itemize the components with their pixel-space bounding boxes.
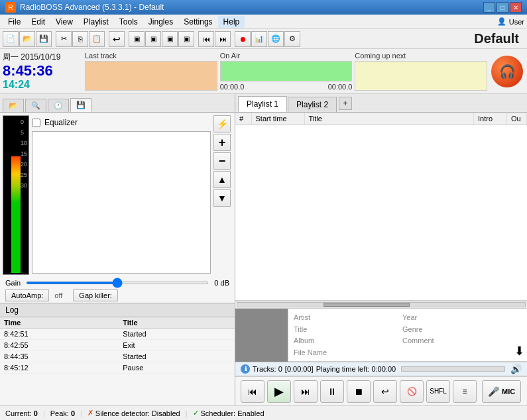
left-panel: 📂 🔍 🕐 💾 0 5 10 15 20 25 30 <box>0 94 235 405</box>
log-time: 8:42:51 <box>0 329 119 340</box>
menu-jingles[interactable]: Jingles <box>143 16 178 28</box>
album-label: Album <box>294 337 333 344</box>
h-scrollbar-thumb[interactable] <box>323 303 410 307</box>
right-panel: Playlist 1 Playlist 2 + # Start time Tit… <box>235 94 527 405</box>
minimize-button[interactable]: _ <box>483 2 495 13</box>
tb-pl2[interactable]: ▣ <box>145 31 161 47</box>
tb-gear[interactable]: ⚙ <box>284 31 300 47</box>
tb-cut[interactable]: ✂ <box>56 31 72 47</box>
loop-button[interactable]: ↩ <box>373 380 397 403</box>
track-artist-row: Artist <box>291 311 400 323</box>
eq-sub-btn[interactable]: − <box>213 152 231 170</box>
track-artwork <box>235 309 288 362</box>
tab-folder[interactable]: 📂 <box>3 99 24 112</box>
close-button[interactable]: ✕ <box>510 2 522 13</box>
log-area: Log Time Title 8:42:51Started8:42:55Exit… <box>0 303 235 405</box>
play-button[interactable]: ▶ <box>267 380 291 403</box>
log-row: 8:45:12Pause <box>0 362 235 374</box>
track-comment-row: Comment <box>400 335 508 347</box>
menu-edit[interactable]: Edit <box>26 16 50 28</box>
menu-settings[interactable]: Settings <box>178 16 217 28</box>
eq-enabled-checkbox[interactable] <box>32 119 40 127</box>
log-row: 8:44:35Started <box>0 351 235 362</box>
vu-meter: 0 5 10 15 20 25 30 <box>3 115 29 275</box>
track-info-area: Artist Year Title Genre Album Comment <box>235 309 527 362</box>
track-title-row: Title <box>291 323 400 335</box>
on-air-display <box>220 61 353 81</box>
title-bar: R RadioBOSS Advanced (5.3.3.1) - Default… <box>0 0 527 15</box>
autoamp-button[interactable]: AutoAmp: <box>5 289 49 301</box>
eq-add-btn[interactable]: + <box>213 134 231 151</box>
tab-history[interactable]: 🕐 <box>48 99 69 112</box>
tab-save[interactable]: 💾 <box>70 98 91 112</box>
eq-checkbox-row: Equalizer <box>32 115 211 130</box>
playing-time-label: Playing time left: 0:00:00 <box>316 365 396 373</box>
title-label: Title <box>294 325 333 333</box>
tb-save[interactable]: 💾 <box>36 31 52 47</box>
toolbar: 📄 📂 💾 ✂ ⎘ 📋 ↩ ▣ ▣ ▣ ▣ ⏮ ⏭ ⏺ 📊 🌐 ⚙ Defaul… <box>0 29 527 49</box>
tb-undo[interactable]: ↩ <box>109 31 125 47</box>
tb-paste[interactable]: 📋 <box>89 31 105 47</box>
scheduler-ok-icon: ✓ <box>193 409 199 417</box>
tb-open[interactable]: 📂 <box>19 31 35 47</box>
playlist-scrollbar[interactable] <box>235 301 527 309</box>
tab-search[interactable]: 🔍 <box>25 99 46 112</box>
menu-view[interactable]: View <box>50 16 78 28</box>
eq-buttons: ⚡ + − ▲ ▼ <box>213 115 232 275</box>
tracks-count: Tracks: 0 <box>253 365 282 373</box>
vu-label-10: 10 <box>21 140 27 146</box>
pause-button[interactable]: ⏸ <box>320 380 344 403</box>
playlist-tab-1[interactable]: Playlist 1 <box>238 96 287 112</box>
autoamp-value: off <box>54 291 62 299</box>
tb-next-track[interactable]: ⏭ <box>215 31 231 47</box>
menu-playlist[interactable]: Playlist <box>78 16 114 28</box>
gain-slider[interactable] <box>26 282 209 284</box>
stop-button[interactable]: ⏹ <box>347 380 371 403</box>
gain-value: 0 dB <box>214 279 229 287</box>
tb-pl1[interactable]: ▣ <box>129 31 145 47</box>
tb-new[interactable]: 📄 <box>3 31 19 47</box>
info-icon: ℹ <box>241 364 250 374</box>
menu-help[interactable]: Help <box>218 16 245 28</box>
download-icon[interactable]: ⬇ <box>514 344 524 358</box>
next-button[interactable]: ⏭ <box>294 380 318 403</box>
tb-copy[interactable]: ⎘ <box>72 31 88 47</box>
shfl-button[interactable]: SHFL <box>426 380 450 403</box>
col-title: Title <box>304 113 474 125</box>
window-controls[interactable]: _ □ ✕ <box>483 2 522 13</box>
gain-row: Gain 0 dB <box>0 278 235 288</box>
track-year-row: Year <box>400 311 508 323</box>
mute-button[interactable]: 🚫 <box>400 380 424 403</box>
playlist-add-tab[interactable]: + <box>339 97 352 110</box>
list-button[interactable]: ≡ <box>453 380 477 403</box>
menu-tools[interactable]: Tools <box>114 16 143 28</box>
tb-stats[interactable]: 📊 <box>251 31 267 47</box>
track-download-area: ⬇ <box>511 309 527 361</box>
user-label: User <box>509 18 524 26</box>
eq-down-btn[interactable]: ▼ <box>213 189 231 207</box>
tb-globe[interactable]: 🌐 <box>268 31 284 47</box>
gap-killer-button[interactable]: Gap killer: <box>73 289 118 301</box>
menu-file[interactable]: File <box>3 16 26 28</box>
last-track-label: Last track <box>85 52 217 60</box>
h-scrollbar-track[interactable] <box>237 302 526 307</box>
eq-up-btn[interactable]: ▲ <box>213 171 231 188</box>
main-area: 📂 🔍 🕐 💾 0 5 10 15 20 25 30 <box>0 94 527 405</box>
maximize-button[interactable]: □ <box>497 2 508 13</box>
artist-label: Artist <box>294 313 333 321</box>
tb-record[interactable]: ⏺ <box>235 31 251 47</box>
tb-pl3[interactable]: ▣ <box>162 31 178 47</box>
mic-button[interactable]: 🎤 MIC <box>482 380 521 403</box>
vu-label-20: 20 <box>21 161 27 168</box>
playback-progress[interactable] <box>401 366 505 372</box>
playlist-tab-2[interactable]: Playlist 2 <box>288 97 337 112</box>
prev-button[interactable]: ⏮ <box>241 380 264 403</box>
tb-prev-track[interactable]: ⏮ <box>198 31 214 47</box>
gain-label: Gain <box>5 279 21 287</box>
tb-pl4[interactable]: ▣ <box>178 31 194 47</box>
eq-power-btn[interactable]: ⚡ <box>213 115 231 132</box>
log-table: Time Title 8:42:51Started8:42:55Exit8:44… <box>0 317 235 405</box>
coming-up-section: Coming up next <box>355 52 487 91</box>
volume-icon[interactable]: 🔊 <box>510 364 522 374</box>
menu-bar: File Edit View Playlist Tools Jingles Se… <box>0 15 527 29</box>
